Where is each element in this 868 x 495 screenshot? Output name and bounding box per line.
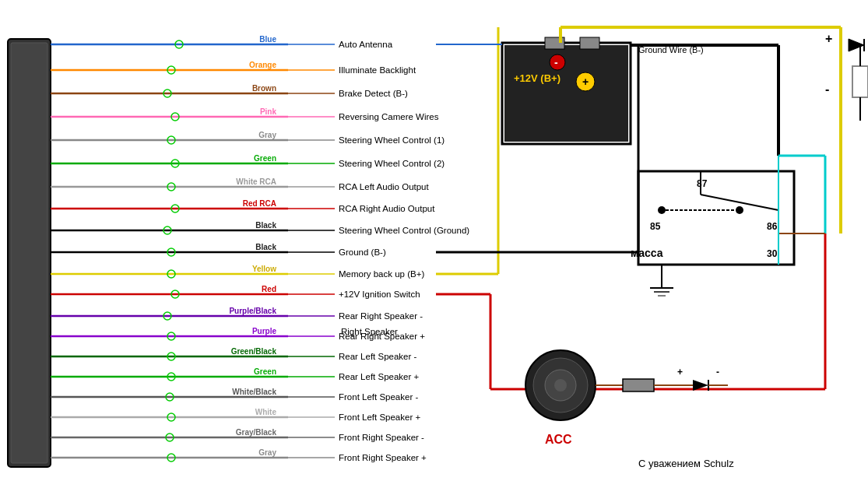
svg-marker-74: [849, 39, 864, 51]
wire-color-white-rca: White RCA: [236, 177, 276, 186]
wire-color-white-black: White/Black: [232, 388, 276, 396]
svg-rect-65: [580, 37, 599, 49]
label-fl-plus: Front Left Speaker +: [339, 412, 420, 422]
wire-color-purple-black: Purple/Black: [229, 307, 276, 315]
label-auto-antenna: Auto Antenna: [339, 40, 393, 49]
label-ignition: +12V Ignition Switch: [339, 290, 420, 299]
label-rl-minus: Rear Left Speaker -: [339, 352, 417, 361]
svg-rect-63: [504, 45, 628, 142]
wire-color-green1: Green: [254, 154, 276, 163]
wire-color-black1: Black: [255, 221, 276, 230]
label-reversing: Reversing Camere Wires: [339, 112, 439, 121]
wire-color-red-rca: Red RCA: [243, 199, 276, 208]
wiring-diagram: Blue Auto Antenna Orange Illuminate Back…: [0, 0, 868, 495]
wire-color-red: Red: [262, 285, 276, 293]
svg-point-92: [658, 206, 666, 214]
relay-86: 86: [767, 221, 778, 232]
label-memory: Memory back up (B+): [339, 269, 424, 279]
wire-color-gray1: Gray: [258, 131, 276, 139]
label-fr-minus: Front Right Speaker -: [339, 433, 424, 442]
wire-color-green2: Green: [254, 367, 276, 376]
label-rr-minus: Rear Right Speaker -: [339, 311, 423, 321]
wire-color-white: White: [255, 408, 277, 416]
svg-rect-76: [852, 66, 868, 97]
label-illuminate: Illuminate Backlight: [339, 65, 416, 75]
wire-color-black2: Black: [255, 243, 276, 251]
massa-label: масса: [631, 247, 663, 259]
wire-color-yellow: Yellow: [252, 265, 276, 273]
label-fr-plus: Front Right Speaker +: [339, 453, 427, 462]
main-diagram: Blue Auto Antenna Orange Illuminate Back…: [0, 0, 868, 495]
label-ground: Ground (B-): [339, 248, 386, 257]
label-rl-plus: Rear Left Speaker +: [339, 372, 420, 381]
battery-positive-label: +12V (B+): [514, 72, 561, 84]
wire-color-green-black: Green/Black: [231, 347, 277, 356]
wire-color-pink: Pink: [260, 107, 277, 116]
label-rca-left: RCA Left Audio Output: [339, 182, 430, 191]
label-fl-minus: Front Left Speaker -: [339, 392, 418, 402]
wire-color-purple: Purple: [252, 327, 277, 335]
acc-minus-icon: -: [716, 367, 719, 377]
acc-plus-icon: +: [677, 367, 683, 377]
battery-minus-icon: -: [554, 56, 558, 68]
signature-label: С уважением Schulz: [638, 458, 734, 469]
label-swc-ground: Steering Wheel Control (Ground): [339, 226, 469, 235]
battery-plus-icon: +: [582, 75, 589, 88]
svg-rect-1: [11, 43, 47, 463]
label-swc1: Steering Wheel Control (1): [339, 135, 445, 145]
wire-color-gray-black: Gray/Black: [236, 428, 277, 437]
label-rca-right: RCA Right Audio Output: [339, 204, 435, 213]
wire-color-gray2: Gray: [258, 448, 276, 457]
wire-color-orange: Orange: [249, 61, 276, 69]
relay-87: 87: [697, 178, 708, 189]
minus-symbol-top: -: [825, 82, 829, 96]
svg-point-93: [736, 206, 743, 214]
wire-color-blue: Blue: [259, 35, 276, 44]
relay-85: 85: [650, 221, 661, 232]
label-brake: Brake Detect (B-): [339, 89, 408, 98]
svg-rect-106: [623, 379, 654, 391]
plus-symbol-top: +: [825, 32, 832, 45]
right-speaker-label: Right Speaker: [341, 327, 398, 336]
acc-label: ACC: [545, 433, 572, 446]
svg-point-104: [554, 379, 567, 391]
wire-color-brown: Brown: [252, 84, 276, 93]
relay-30: 30: [767, 248, 778, 259]
label-swc2: Steering Wheel Control (2): [339, 159, 445, 168]
